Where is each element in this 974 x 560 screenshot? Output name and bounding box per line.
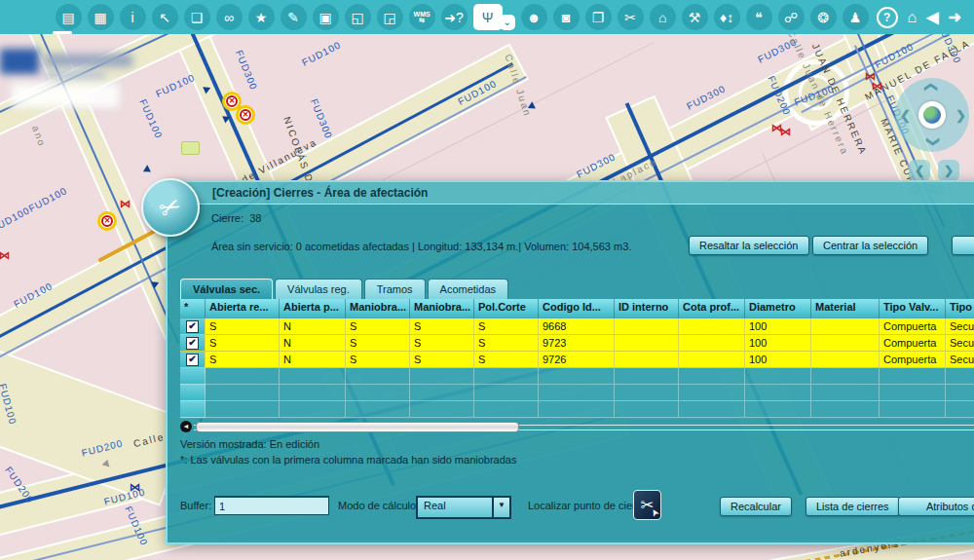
share-network-icon[interactable]: ☍: [778, 4, 805, 30]
table-cell: [679, 318, 745, 335]
valve-icon[interactable]: ⋈: [120, 199, 131, 208]
star-icon[interactable]: ★: [248, 4, 275, 30]
toolbar-right-group: ?⌂◀➜: [872, 7, 974, 28]
table-cell: S: [206, 318, 280, 335]
tab-acometidas[interactable]: Acometidas: [428, 279, 508, 299]
wms-icon[interactable]: WMS⇆: [409, 4, 435, 30]
pan-next-button[interactable]: ❯: [938, 160, 959, 181]
tab-v-lvulas-reg-[interactable]: Válvulas reg.: [275, 279, 362, 299]
recalcular-button[interactable]: Recalcular: [720, 497, 792, 516]
map-icon[interactable]: ▤: [56, 4, 82, 30]
pipe-label: FUD300: [309, 97, 334, 140]
map-measure-icon[interactable]: ◱: [345, 4, 371, 30]
row-checkbox[interactable]: ✔: [186, 320, 199, 333]
buffer-input[interactable]: [214, 496, 329, 515]
scroll-left-button[interactable]: ◄: [180, 421, 192, 432]
globe-icon[interactable]: [918, 101, 946, 129]
valve-icon[interactable]: ⋈: [130, 482, 140, 492]
closed-valve-icon[interactable]: ✕: [236, 105, 255, 125]
modo-select[interactable]: Real ▼: [416, 496, 511, 519]
table-cell: Compuerta: [880, 335, 946, 352]
tab-bar: Válvulas sec.Válvulas reg.TramosAcometid…: [180, 279, 510, 299]
lista-cierres-button[interactable]: Lista de cierres: [805, 497, 900, 516]
zoom-button[interactable]: Zo: [952, 236, 974, 255]
exit-icon[interactable]: ➜: [949, 8, 961, 26]
closures-scissors-icon[interactable]: ✂: [618, 4, 644, 30]
map-note-icon[interactable]: ▣: [313, 4, 339, 30]
row-checkbox[interactable]: ✔: [186, 354, 199, 366]
column-header[interactable]: Maniobra...: [346, 299, 410, 318]
home-tool-icon[interactable]: ⌂: [650, 4, 676, 30]
closed-valve-icon[interactable]: ✕: [97, 211, 117, 231]
table-row[interactable]: ✔SNSSS9668100CompuertaSecu: [180, 318, 974, 335]
pan-prev-button[interactable]: ❮: [909, 160, 930, 181]
worker-icon[interactable]: ☻: [521, 4, 547, 30]
table-cell: 100: [745, 318, 811, 335]
column-header[interactable]: Tipo Valv...: [880, 299, 946, 318]
chat-icon[interactable]: ❝: [746, 4, 772, 30]
table-row[interactable]: ✔SNSSS9723100CompuertaSecu: [180, 335, 974, 352]
column-header[interactable]: Pol.Corte: [474, 299, 539, 318]
cursor-icon[interactable]: ↖: [152, 4, 178, 30]
pan-down-icon[interactable]: ❮: [924, 136, 939, 147]
app-logo: [0, 49, 39, 74]
table-hscrollbar[interactable]: ◄: [180, 421, 974, 432]
palette-icon[interactable]: ❂: [810, 4, 837, 30]
valve-icon[interactable]: ⋈: [0, 250, 10, 260]
column-header[interactable]: Abierta p...: [280, 299, 346, 318]
column-header[interactable]: Maniobra...: [410, 299, 474, 318]
valve-icon[interactable]: ⋈: [780, 127, 791, 136]
map-select-icon[interactable]: ◲: [377, 4, 403, 30]
column-header[interactable]: Tipo: [946, 299, 974, 318]
pan-left-icon[interactable]: ❮: [900, 108, 911, 123]
tools-icon[interactable]: ⚒: [682, 4, 708, 30]
table-row[interactable]: ✔SNSSS9726100CompuertaSecu: [180, 352, 974, 368]
copy-layers-icon[interactable]: ❏: [184, 4, 210, 30]
tab-v-lvulas-sec-[interactable]: Válvulas sec.: [180, 279, 273, 299]
column-header[interactable]: Cota prof...: [679, 299, 745, 318]
pan-right-icon[interactable]: ❯: [955, 108, 966, 123]
table-icon[interactable]: ▦: [88, 4, 114, 30]
person-pin-icon[interactable]: ♟: [843, 4, 869, 30]
edit-icon[interactable]: ✎: [281, 4, 307, 30]
centrar-button[interactable]: Centrar la selección: [812, 236, 928, 255]
main-toolbar: ▤▦i↖❏∞★✎▣◱◲WMS⇆➜?Ψ⌄☻◙❐✂⌂⚒♦↕❝☍❂♟ ?⌂◀➜: [0, 0, 974, 34]
app-logo-subtext: [45, 71, 105, 80]
save-icon[interactable]: ◙: [553, 4, 580, 30]
localizar-punto-button[interactable]: ✂ ➤: [633, 490, 661, 520]
column-header[interactable]: Diametro: [745, 299, 811, 318]
table-cell: [615, 352, 679, 368]
column-header[interactable]: ID interno: [615, 299, 679, 318]
pan-up-icon[interactable]: ❮: [924, 82, 939, 93]
table-cell: [615, 318, 679, 335]
atributos-button[interactable]: Atributos del C: [898, 497, 974, 516]
table-cell: Compuerta: [880, 352, 946, 368]
chevron-down-icon[interactable]: ▼: [492, 498, 509, 517]
row-checkbox[interactable]: ✔: [186, 337, 199, 350]
column-header[interactable]: Codigo Id...: [539, 299, 615, 318]
table-cell: S: [206, 352, 280, 368]
map-pan-control[interactable]: ❮ ❮ ❮ ❯ ❮ ❯ •: [895, 78, 971, 195]
dialog-title[interactable]: [Creación] Cierres - Área de afectación: [168, 182, 974, 205]
table-cell: [811, 318, 880, 335]
help-icon[interactable]: ?: [877, 7, 898, 28]
column-header[interactable]: *: [180, 299, 206, 318]
valve-icon[interactable]: ⋈: [872, 81, 882, 91]
column-header[interactable]: Abierta re...: [206, 299, 280, 318]
resaltar-button[interactable]: Resaltar la selección: [689, 236, 809, 255]
buffer-label: Buffer:: [180, 500, 211, 511]
column-header[interactable]: Material: [811, 299, 880, 318]
tab-tramos[interactable]: Tramos: [364, 279, 426, 299]
scrollbar-thumb[interactable]: [196, 422, 519, 432]
documents-icon[interactable]: ❐: [585, 4, 612, 30]
nav-help-icon[interactable]: ➜?: [441, 4, 468, 30]
table-cell: N: [280, 335, 346, 352]
home-icon[interactable]: ⌂: [908, 9, 918, 26]
dropdown-caret-icon[interactable]: ⌄: [500, 15, 515, 30]
antenna-icon[interactable]: Ψ: [473, 4, 503, 30]
table-cell: Compuerta: [880, 318, 946, 335]
info-icon[interactable]: i: [120, 4, 146, 30]
binoculars-icon[interactable]: ∞: [216, 4, 243, 30]
water-drop-icon[interactable]: ♦↕: [714, 4, 740, 30]
back-icon[interactable]: ◀: [926, 8, 938, 26]
